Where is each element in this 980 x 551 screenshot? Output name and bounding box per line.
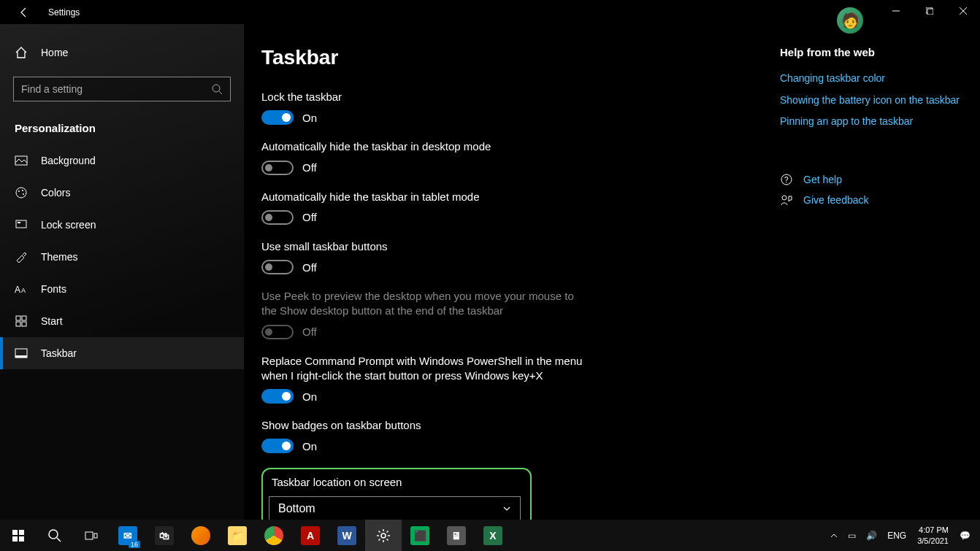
setting-label: Use Peek to preview the desktop when you…	[261, 289, 590, 319]
tray-clock[interactable]: 4:07 PM 3/5/2021	[911, 525, 954, 546]
toggle-switch[interactable]	[261, 260, 294, 274]
sidebar-item-fonts[interactable]: AA Fonts	[0, 273, 244, 305]
setting-label: Automatically hide the taskbar in tablet…	[261, 190, 590, 204]
taskbar-app-firefox[interactable]	[183, 520, 219, 551]
windows-taskbar: ✉16 🛍 📁 A W ⬛ 🖥 X ▭ 🔊 ENG 4:07 PM 3/5/20…	[0, 520, 980, 551]
help-icon: ?	[780, 173, 793, 186]
svg-text:A: A	[21, 287, 26, 294]
taskbar-app-explorer[interactable]: 📁	[219, 520, 256, 551]
tray-date: 3/5/2021	[917, 536, 949, 546]
category-label: Personalization	[0, 115, 244, 145]
svg-line-30	[57, 538, 61, 542]
task-view-button[interactable]	[73, 520, 110, 551]
taskbar-app-running1[interactable]: ⬛	[402, 520, 438, 551]
toggle-state: On	[302, 390, 317, 403]
sidebar-item-label: Lock screen	[41, 219, 96, 231]
search-box[interactable]	[13, 77, 231, 101]
svg-rect-18	[16, 322, 20, 326]
setting-label: Use small taskbar buttons	[261, 239, 590, 254]
taskbar-icon	[15, 347, 28, 360]
get-help-link[interactable]: Get help	[803, 174, 842, 185]
fonts-icon: AA	[15, 282, 28, 296]
tray-network-icon[interactable]: ▭	[843, 520, 861, 551]
sidebar-item-label: Themes	[41, 251, 78, 263]
taskbar-app-running2[interactable]: 🖥	[438, 520, 475, 551]
search-input[interactable]	[21, 83, 211, 95]
svg-rect-12	[16, 220, 26, 228]
search-icon	[211, 83, 223, 95]
toggle-state: On	[302, 440, 317, 452]
svg-point-10	[22, 190, 23, 191]
tray-language[interactable]: ENG	[882, 520, 911, 551]
tray-overflow[interactable]	[825, 520, 843, 551]
sidebar-item-start[interactable]: Start	[0, 305, 244, 337]
window-title: Settings	[48, 7, 80, 18]
setting-label: Taskbar location on screen	[272, 475, 524, 490]
help-link[interactable]: Changing taskbar color	[780, 72, 962, 86]
start-icon	[15, 315, 28, 328]
tray-time: 4:07 PM	[917, 525, 949, 535]
sidebar-item-label: Colors	[41, 187, 70, 199]
sidebar-item-colors[interactable]: Colors	[0, 177, 244, 209]
taskbar-location-dropdown[interactable]: Bottom	[269, 496, 521, 521]
feedback-icon	[780, 193, 793, 207]
svg-text:?: ?	[784, 176, 789, 184]
toggle-state: Off	[302, 211, 317, 223]
sidebar-item-lockscreen[interactable]: Lock screen	[0, 209, 244, 241]
lockscreen-icon	[15, 218, 28, 231]
sidebar-item-themes[interactable]: Themes	[0, 241, 244, 273]
taskbar-app-store[interactable]: 🛍	[146, 520, 183, 551]
give-feedback-link[interactable]: Give feedback	[803, 194, 869, 206]
tray-notifications-icon[interactable]: 💬	[954, 520, 976, 551]
toggle-switch	[261, 325, 294, 339]
setting-label: Automatically hide the taskbar in deskto…	[261, 139, 590, 154]
svg-rect-31	[85, 532, 93, 539]
svg-rect-2	[927, 9, 933, 15]
toggle-switch[interactable]	[261, 439, 294, 453]
svg-point-24	[782, 196, 786, 200]
svg-rect-19	[22, 322, 26, 326]
setting-label: Replace Command Prompt with Windows Powe…	[261, 354, 590, 384]
toggle-switch[interactable]	[261, 110, 294, 125]
tray-volume-icon[interactable]: 🔊	[861, 520, 882, 551]
sidebar-item-taskbar[interactable]: Taskbar	[0, 337, 244, 369]
search-button[interactable]	[37, 520, 73, 551]
start-button[interactable]	[0, 520, 37, 551]
taskbar-app-word[interactable]: W	[329, 520, 365, 551]
minimize-button[interactable]	[879, 0, 913, 22]
back-button[interactable]	[13, 1, 35, 23]
help-link[interactable]: Pinning an app to the taskbar	[780, 115, 962, 129]
sidebar-item-label: Background	[41, 155, 96, 166]
taskbar-app-settings[interactable]	[365, 520, 402, 551]
maximize-button[interactable]	[913, 0, 946, 22]
toggle-state: Off	[302, 161, 317, 174]
svg-rect-28	[19, 536, 24, 542]
help-link[interactable]: Showing the battery icon on the taskbar	[780, 93, 962, 108]
taskbar-app-chrome[interactable]	[256, 520, 292, 551]
sidebar-item-label: Start	[41, 315, 63, 327]
user-avatar[interactable]: 🧑	[837, 7, 863, 34]
toggle-switch[interactable]	[261, 210, 294, 225]
setting-badges: Show badges on taskbar buttons On	[261, 418, 758, 453]
svg-rect-16	[16, 316, 20, 320]
taskbar-app-excel[interactable]: X	[475, 520, 511, 551]
sidebar-item-background[interactable]: Background	[0, 145, 244, 177]
taskbar-app-mail[interactable]: ✉16	[110, 520, 146, 551]
dropdown-value: Bottom	[278, 502, 315, 515]
setting-label: Show badges on taskbar buttons	[261, 418, 590, 433]
toggle-switch[interactable]	[261, 161, 294, 175]
setting-small-buttons: Use small taskbar buttons Off	[261, 239, 758, 274]
sidebar-item-label: Fonts	[41, 283, 66, 295]
picture-icon	[15, 154, 28, 167]
svg-text:A: A	[15, 285, 20, 295]
svg-rect-13	[18, 222, 20, 223]
svg-point-5	[213, 85, 220, 92]
home-label: Home	[41, 47, 68, 58]
home-nav[interactable]: Home	[0, 39, 244, 66]
toggle-switch[interactable]	[261, 389, 294, 404]
taskbar-app-acrobat[interactable]: A	[292, 520, 329, 551]
close-button[interactable]	[946, 0, 980, 22]
svg-point-8	[16, 188, 26, 198]
svg-point-11	[23, 193, 24, 195]
svg-point-9	[18, 190, 20, 192]
